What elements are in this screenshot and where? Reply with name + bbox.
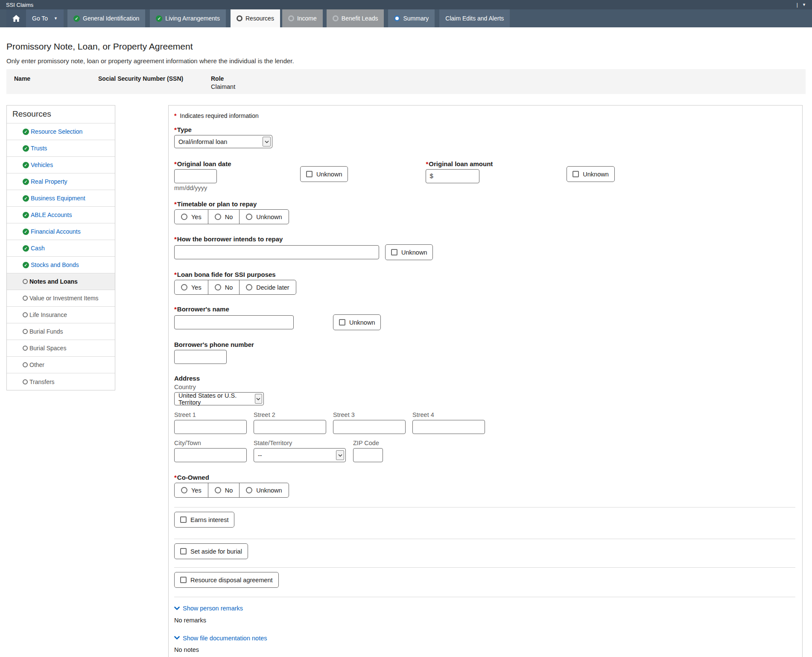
sidebar-item-business-equipment[interactable]: ✓ Business Equipment [7, 190, 115, 207]
type-select-value: Oral/informal loan [178, 138, 227, 145]
home-button[interactable] [6, 9, 26, 27]
borrower-name-unknown-checkbox[interactable]: Unknown [333, 314, 381, 330]
sidebar-item-burial-spaces[interactable]: Burial Spaces [7, 340, 115, 357]
sidebar-item-real-property[interactable]: ✓ Real Property [7, 173, 115, 190]
bona-fide-label: *Loan bona fide for SSI purposes [174, 271, 795, 278]
sidebar-item-other[interactable]: Other [7, 357, 115, 373]
tab-claim-edits-and-alerts[interactable]: Claim Edits and Alerts [439, 9, 510, 27]
chevron-down-icon: ▼ [802, 3, 806, 7]
timetable-no-radio[interactable]: No [208, 210, 240, 224]
co-owned-yes-radio[interactable]: Yes [175, 483, 208, 497]
co-owned-no-radio[interactable]: No [208, 483, 240, 497]
resource-disposal-agreement-checkbox[interactable]: Resource disposal agreement [174, 572, 279, 588]
street2-input[interactable] [254, 420, 326, 434]
state-select[interactable]: -- [254, 448, 346, 462]
bona-fide-no-radio[interactable]: No [208, 280, 240, 294]
radio-icon [181, 487, 187, 493]
sidebar-item-life-insurance[interactable]: Life Insurance [7, 307, 115, 323]
tab-resources[interactable]: Resources [231, 9, 280, 27]
show-person-remarks-link[interactable]: Show person remarks [174, 605, 243, 612]
sidebar-item-burial-funds[interactable]: Burial Funds [7, 323, 115, 340]
type-select[interactable]: Oral/informal loan [174, 135, 272, 148]
app-title: SSI Claims [6, 2, 33, 8]
tab-general-identification[interactable]: ✓ General Identification [67, 9, 145, 27]
original-loan-amount-input[interactable] [426, 169, 479, 183]
tab-label: Living Arrangements [165, 15, 220, 22]
sidebar-item-resource-selection[interactable]: ✓ Resource Selection [7, 123, 115, 140]
sidebar-item-cash[interactable]: ✓ Cash [7, 240, 115, 257]
tab-benefit-leads[interactable]: Benefit Leads [327, 9, 384, 27]
section-divider [174, 539, 795, 539]
status-ring-icon [394, 15, 400, 21]
sidebar-item-able-accounts[interactable]: ✓ ABLE Accounts [7, 207, 115, 223]
checkbox-icon [339, 319, 345, 326]
tab-living-arrangements[interactable]: ✓ Living Arrangements [150, 9, 226, 27]
sidebar-item-stocks-and-bonds[interactable]: ✓ Stocks and Bonds [7, 257, 115, 273]
original-loan-date-input[interactable] [174, 169, 217, 183]
user-menu[interactable]: ❘ ▼ [795, 2, 806, 8]
zip-input[interactable] [353, 448, 383, 462]
borrower-name-label: *Borrower's name [174, 305, 795, 313]
page-title: Promissory Note, Loan, or Property Agree… [6, 41, 806, 52]
street1-input[interactable] [174, 420, 247, 434]
borrower-phone-input[interactable] [174, 350, 227, 364]
city-label: City/Town [174, 440, 254, 446]
role-value: Claimant [211, 83, 235, 90]
sidebar-item-label: Value or Investment Items [29, 295, 99, 302]
person-header: Name Social Security Number (SSN) Role C… [6, 69, 806, 94]
remarks-empty-text: No remarks [174, 617, 795, 624]
checkbox-icon [180, 577, 187, 583]
timetable-unknown-radio[interactable]: Unknown [240, 210, 288, 224]
chevron-down-icon [174, 607, 180, 610]
street3-input[interactable] [333, 420, 406, 434]
notes-empty-text: No notes [174, 646, 795, 653]
set-aside-for-burial-checkbox[interactable]: Set aside for burial [174, 543, 248, 559]
show-file-documentation-notes-link[interactable]: Show file documentation notes [174, 635, 267, 642]
section-divider [174, 507, 795, 507]
tab-summary[interactable]: Summary [388, 9, 435, 27]
city-input[interactable] [174, 448, 247, 462]
loan-date-unknown-checkbox[interactable]: Unknown [300, 166, 348, 182]
radio-icon [246, 214, 252, 220]
radio-icon [181, 214, 187, 220]
sidebar-item-value-or-investment-items[interactable]: Value or Investment Items [7, 290, 115, 307]
check-circle-icon: ✓ [156, 15, 162, 22]
app-titlebar: SSI Claims ❘ ▼ [0, 0, 812, 9]
how-repay-input[interactable] [174, 245, 379, 259]
dropdown-arrow-icon [336, 450, 344, 460]
status-ring-icon [237, 15, 242, 21]
status-ring-icon [23, 296, 28, 301]
ssn-column-header: Social Security Number (SSN) [98, 75, 211, 82]
goto-menu-button[interactable]: Go To ▼ [26, 9, 64, 27]
status-ring-icon [23, 279, 28, 284]
street4-input[interactable] [412, 420, 485, 434]
original-loan-date-label: *Original loan date [174, 160, 300, 167]
timetable-yes-radio[interactable]: Yes [175, 210, 208, 224]
status-ring-icon [23, 312, 28, 317]
checkbox-icon [391, 249, 397, 255]
how-repay-unknown-checkbox[interactable]: Unknown [385, 244, 433, 260]
bona-fide-decide-later-radio[interactable]: Decide later [240, 280, 295, 294]
sidebar-item-notes-and-loans[interactable]: Notes and Loans [7, 273, 115, 290]
country-select[interactable]: United States or U.S. Territory [174, 392, 264, 405]
sidebar-item-transfers[interactable]: Transfers [7, 373, 115, 390]
sidebar-item-financial-accounts[interactable]: ✓ Financial Accounts [7, 223, 115, 240]
co-owned-label: *Co-Owned [174, 474, 795, 481]
earns-interest-checkbox[interactable]: Earns interest [174, 512, 234, 528]
sidebar-item-label: Trusts [31, 145, 47, 152]
radio-icon [215, 284, 221, 290]
bona-fide-yes-radio[interactable]: Yes [175, 280, 208, 294]
tab-income[interactable]: Income [282, 9, 323, 27]
sidebar-item-trusts[interactable]: ✓ Trusts [7, 140, 115, 157]
radio-icon [215, 487, 221, 493]
address-label: Address [174, 375, 795, 382]
tab-label: Summary [403, 15, 429, 22]
borrower-name-input[interactable] [174, 315, 294, 329]
loan-amount-unknown-checkbox[interactable]: Unknown [567, 166, 614, 182]
co-owned-unknown-radio[interactable]: Unknown [240, 483, 288, 497]
check-circle-icon: ✓ [23, 195, 29, 202]
borrower-phone-label: Borrower's phone number [174, 341, 795, 348]
radio-icon [215, 214, 221, 220]
sidebar-item-vehicles[interactable]: ✓ Vehicles [7, 157, 115, 173]
page-subtitle: Only enter promissory note, loan or prop… [6, 57, 806, 65]
